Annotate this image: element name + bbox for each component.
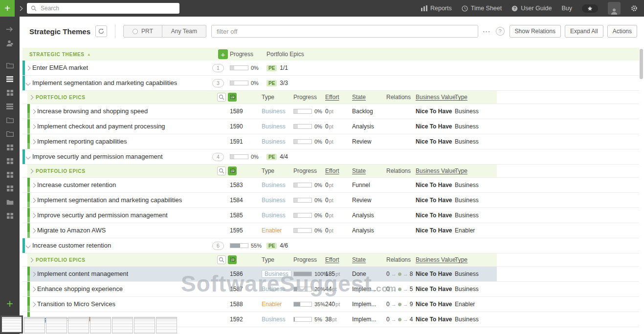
gear-button[interactable] [630,4,638,12]
epic-type[interactable]: Business [262,193,286,208]
chevron-right-icon[interactable] [31,140,36,145]
column-header-state-4[interactable]: State [352,253,366,266]
chevron-down-icon[interactable] [26,81,31,86]
chevron-right-icon[interactable] [31,302,36,307]
column-header-effort-3[interactable]: Effort [325,91,339,104]
add-button[interactable]: + [0,0,15,17]
column-header-business-value-6[interactable]: Business Value [416,91,456,104]
filter-input[interactable] [211,25,478,38]
epic-state[interactable]: Analysis [352,223,374,238]
scrollbar[interactable] [639,49,644,332]
column-header-progress-2[interactable]: Progress [293,165,317,177]
chevron-right-icon[interactable] [26,66,31,71]
epics-header-title[interactable]: PORTFOLIO EPICS [36,253,86,266]
gallery-thumbnail[interactable] [68,317,89,334]
column-header-progress[interactable]: Progress [230,48,253,61]
column-header-id-0[interactable]: ID [230,165,236,177]
theme-row[interactable]: Increase customer retention 6 55% PE4/6 [22,238,639,253]
epic-row[interactable]: Implement checkout and payment processin… [22,119,639,134]
epic-name[interactable]: Transition to Micro Services [37,297,115,312]
column-header-business-value-6[interactable]: Business Value [416,253,456,266]
sidebar-item-user-lock-icon[interactable] [0,36,20,50]
epic-type[interactable]: Enabler [262,297,282,312]
epic-name[interactable]: Improve securtiy and permission manageme… [37,208,168,223]
epic-row[interactable]: Implement content management 1586 Busine… [22,267,639,282]
column-header-relations-5[interactable]: Relations [386,91,411,104]
chevron-right-icon[interactable] [31,125,36,129]
chevron-right-icon[interactable] [31,109,36,114]
epic-type[interactable]: Enabler [262,223,282,238]
add-theme-button[interactable]: + [218,49,228,59]
top-nav-user-guide[interactable]: ?User Guide [511,5,552,12]
sidebar-item-grid-icon[interactable] [0,141,20,154]
epic-row[interactable]: Enhance shopping experience 1587 Busines… [22,282,639,297]
column-header-type-1[interactable]: Type [262,91,274,104]
theme-row[interactable]: Implement segmentation and marketing cap… [22,76,639,91]
epic-row[interactable]: Increase customer retention 1583 Busines… [22,178,639,193]
actions-button[interactable]: Actions [607,25,637,38]
sidebar-item-grid-icon[interactable] [0,86,20,100]
column-header-type-7[interactable]: Type [455,165,467,177]
epic-type[interactable]: Business [262,119,286,134]
column-header-type-7[interactable]: Type [455,253,467,266]
gallery-thumbnail[interactable] [0,315,23,334]
epic-row[interactable]: Implement segmentation and marketing cap… [22,193,639,208]
epic-row[interactable]: Migrate to Amazon AWS 1595 Enabler 0% 0p… [22,223,639,238]
epic-name[interactable]: Implement segmentation and marketing cap… [37,193,182,208]
epic-row[interactable]: Implement reporting capabilities 1591 Bu… [22,134,639,149]
gallery-thumbnail[interactable] [24,317,45,334]
sidebar-add-button[interactable]: + [6,298,13,310]
scrollbar-thumb[interactable] [640,49,643,79]
theme-name[interactable]: Improve securtiy and permission manageme… [32,149,163,164]
chevron-right-icon[interactable] [31,229,36,233]
theme-name[interactable]: Increase customer retention [32,238,111,253]
epic-name[interactable]: Increase customer retention [37,178,116,192]
chevron-right-icon[interactable] [31,287,36,292]
theme-row[interactable]: Enter EMEA market 1 0% PE1/1 [22,61,639,76]
theme-name[interactable]: Enter EMEA market [32,61,88,75]
epic-row[interactable]: Improve securtiy and permission manageme… [22,208,639,223]
column-header-business-value-6[interactable]: Business Value [416,165,456,177]
chevron-right-icon[interactable] [18,6,23,11]
epic-type[interactable]: Business [262,104,286,119]
epic-state[interactable]: Analysis [352,208,374,223]
chevron-right-icon[interactable] [31,183,36,188]
epic-type[interactable]: Business [262,178,286,192]
top-nav-time-sheet[interactable]: Time Sheet [462,5,502,12]
epic-type[interactable]: Business [262,312,286,327]
epic-state[interactable]: Implem... [352,282,376,296]
sidebar-item-grid-icon[interactable] [0,154,20,168]
sidebar-item-arrow-right-icon[interactable] [0,22,20,36]
toggle-any-team[interactable]: Any Team [162,25,206,38]
sidebar-item-folder-icon[interactable] [0,127,20,141]
refresh-button[interactable] [95,25,107,37]
sidebar-item-grid-icon[interactable] [0,168,20,182]
column-header-relations-5[interactable]: Relations [386,165,411,177]
epic-name[interactable]: Migrate to Amazon AWS [37,223,106,238]
epic-row[interactable]: Increase browsing and shopping speed 158… [22,104,639,119]
epic-state[interactable]: Review [352,134,371,149]
sidebar-item-board-icon[interactable] [0,72,20,86]
chevron-down-icon[interactable] [26,244,31,249]
chevron-right-icon[interactable] [31,272,36,277]
theme-row[interactable]: Improve securtiy and permission manageme… [22,149,639,165]
column-header-id-0[interactable]: ID [230,91,236,104]
chevron-down-icon[interactable] [26,155,31,160]
chevron-right-icon[interactable] [31,198,36,203]
epic-name[interactable]: Implement content management [37,267,128,281]
column-header-type-1[interactable]: Type [262,253,274,266]
gallery-thumbnail[interactable] [156,317,177,334]
search-epics-button[interactable] [217,93,226,102]
top-nav-reports[interactable]: Reports [421,5,452,12]
epic-type[interactable]: Business [262,267,291,281]
column-header-effort-3[interactable]: Effort [325,165,339,177]
epic-state[interactable]: Analysis [352,119,374,134]
theme-name[interactable]: Implement segmentation and marketing cap… [32,76,177,90]
chevron-right-icon[interactable] [29,95,34,100]
epic-name[interactable]: Increase browsing and shopping speed [37,104,148,119]
gallery-thumbnail[interactable] [46,317,67,334]
show-relations-button[interactable]: Show Relations [510,25,561,38]
column-header-portfolio-epics[interactable]: Portfolio Epics [266,48,304,61]
star-badge[interactable] [582,4,598,13]
epic-state[interactable]: Implem... [352,297,376,312]
